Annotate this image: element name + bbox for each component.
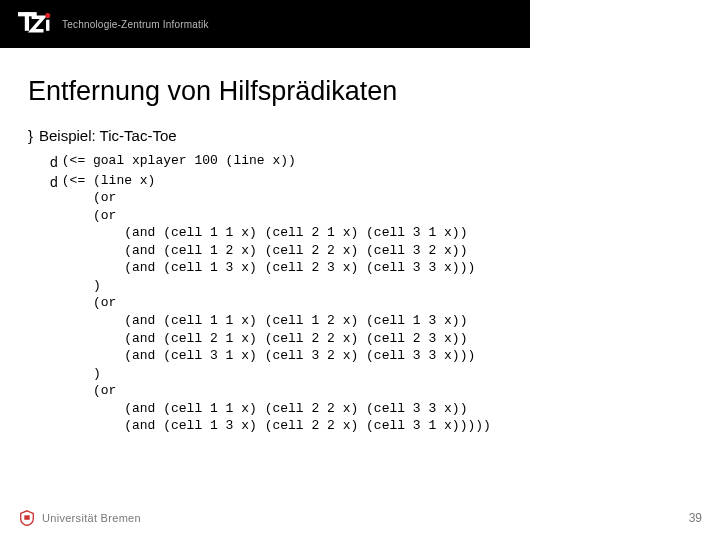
tzi-logo-text: Technologie-Zentrum Informatik	[62, 19, 209, 30]
code-row-1: d (<= goal xplayer 100 (line x))	[50, 152, 720, 172]
university-name: Universität Bremen	[42, 512, 141, 524]
code-row-2: d (<= (line x) (or (or (and (cell 1 1 x)…	[50, 172, 720, 435]
link-glyph-2: d	[50, 173, 58, 193]
bullet-glyph: }	[28, 128, 33, 143]
svg-rect-1	[25, 12, 29, 31]
university-logo: Universität Bremen	[18, 509, 141, 527]
tzi-logo: Technologie-Zentrum Informatik	[0, 10, 209, 38]
svg-point-2	[45, 13, 50, 18]
slide-title: Entfernung von Hilfsprädikaten	[0, 48, 720, 107]
code-subblock: d (<= goal xplayer 100 (line x)) d (<= (…	[28, 152, 720, 435]
svg-rect-3	[46, 20, 49, 31]
header-band: Technologie-Zentrum Informatik	[0, 0, 720, 48]
page-number: 39	[689, 511, 702, 525]
bullet-example: } Beispiel: Tic-Tac-Toe	[28, 127, 720, 144]
tzi-logo-mark	[18, 10, 52, 38]
code-line-1: (<= goal xplayer 100 (line x))	[62, 152, 296, 170]
svg-rect-4	[24, 515, 29, 520]
footer: Universität Bremen 39	[0, 504, 720, 532]
example-label: Beispiel: Tic-Tac-Toe	[39, 127, 177, 144]
university-crest-icon	[18, 509, 36, 527]
content-area: } Beispiel: Tic-Tac-Toe d (<= goal xplay…	[0, 107, 720, 435]
header-cutout	[530, 0, 720, 48]
code-block-2: (<= (line x) (or (or (and (cell 1 1 x) (…	[62, 172, 491, 435]
link-glyph-1: d	[50, 153, 58, 173]
